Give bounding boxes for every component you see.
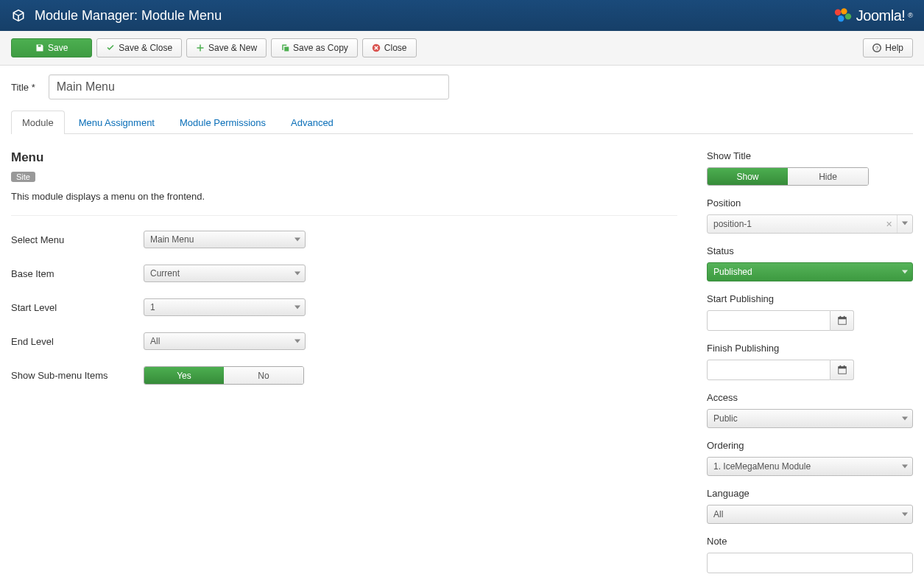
svg-rect-9 xyxy=(839,316,841,318)
toolbar: Save Save & Close Save & New Save as Cop… xyxy=(0,31,924,66)
finish-publishing-input[interactable] xyxy=(707,360,830,380)
joomla-logo: Joomla! ® xyxy=(833,7,913,24)
tab-menu-assignment[interactable]: Menu Assignment xyxy=(68,111,166,134)
select-menu-label: Select Menu xyxy=(11,234,144,245)
title-label: Title * xyxy=(11,82,35,93)
language-dropdown[interactable]: All xyxy=(707,505,913,524)
cube-icon xyxy=(11,8,26,23)
show-submenu-toggle[interactable]: Yes No xyxy=(144,366,304,385)
details-panel: Show Title Show Hide Position position-1… xyxy=(707,150,913,585)
show-title-toggle[interactable]: Show Hide xyxy=(707,167,869,186)
svg-rect-8 xyxy=(838,318,846,320)
joomla-swirl-icon xyxy=(833,7,853,24)
finish-publishing-calendar-button[interactable] xyxy=(830,360,854,380)
start-level-dropdown[interactable]: 1 xyxy=(144,298,306,316)
calendar-icon xyxy=(837,315,847,326)
help-icon: ? xyxy=(872,43,881,52)
start-publishing-label: Start Publishing xyxy=(707,293,913,304)
toggle-no[interactable]: No xyxy=(224,367,303,384)
start-level-label: Start Level xyxy=(11,302,144,313)
tab-bar: Module Menu Assignment Module Permission… xyxy=(11,110,913,134)
copy-icon xyxy=(281,43,289,52)
svg-text:?: ? xyxy=(875,45,878,52)
position-label: Position xyxy=(707,197,913,209)
svg-point-1 xyxy=(841,8,847,14)
svg-point-0 xyxy=(835,10,841,15)
clear-icon[interactable]: ✕ xyxy=(881,220,897,229)
note-input[interactable] xyxy=(707,553,913,573)
hide-option[interactable]: Hide xyxy=(788,168,868,185)
module-description: This module displays a menu on the front… xyxy=(11,191,677,202)
save-new-button[interactable]: Save & New xyxy=(186,38,267,57)
access-label: Access xyxy=(707,392,913,403)
show-submenu-label: Show Sub-menu Items xyxy=(11,370,144,381)
module-heading: Menu xyxy=(11,150,677,165)
note-label: Note xyxy=(707,536,913,547)
finish-publishing-label: Finish Publishing xyxy=(707,343,913,354)
position-combobox[interactable]: position-1 ✕ xyxy=(707,214,913,234)
tab-module-permissions[interactable]: Module Permissions xyxy=(169,111,277,134)
cancel-icon xyxy=(372,43,381,52)
check-icon xyxy=(106,43,115,52)
show-title-label: Show Title xyxy=(707,150,913,161)
svg-point-3 xyxy=(838,15,844,21)
save-copy-button[interactable]: Save as Copy xyxy=(271,38,358,57)
base-item-dropdown[interactable]: Current xyxy=(144,265,306,282)
help-button[interactable]: ? Help xyxy=(863,38,913,57)
base-item-label: Base Item xyxy=(11,268,144,279)
toggle-yes[interactable]: Yes xyxy=(144,367,224,384)
ordering-label: Ordering xyxy=(707,440,913,451)
calendar-icon xyxy=(837,365,847,375)
page-title: Module Manager: Module Menu xyxy=(35,8,222,24)
tab-module[interactable]: Module xyxy=(11,111,65,134)
app-header: Module Manager: Module Menu Joomla! ® xyxy=(0,0,924,31)
module-panel: Menu Site This module displays a menu on… xyxy=(11,150,677,585)
title-input[interactable] xyxy=(49,74,449,99)
save-close-button[interactable]: Save & Close xyxy=(96,38,182,57)
access-dropdown[interactable]: Public xyxy=(707,409,913,428)
close-button[interactable]: Close xyxy=(362,38,417,57)
svg-rect-13 xyxy=(839,365,841,368)
plus-icon xyxy=(196,43,205,52)
status-dropdown[interactable]: Published xyxy=(707,262,913,281)
status-label: Status xyxy=(707,245,913,256)
svg-rect-12 xyxy=(838,367,846,369)
brand-text: Joomla! xyxy=(856,7,906,24)
start-publishing-calendar-button[interactable] xyxy=(830,310,854,331)
select-menu-dropdown[interactable]: Main Menu xyxy=(144,231,306,248)
language-label: Language xyxy=(707,488,913,499)
tab-advanced[interactable]: Advanced xyxy=(280,111,345,134)
save-button[interactable]: Save xyxy=(11,38,92,57)
ordering-dropdown[interactable]: 1. IceMegaMenu Module xyxy=(707,457,913,476)
svg-point-2 xyxy=(845,13,851,19)
show-option[interactable]: Show xyxy=(708,168,788,185)
apply-icon xyxy=(35,43,44,52)
end-level-dropdown[interactable]: All xyxy=(144,332,306,350)
end-level-label: End Level xyxy=(11,336,144,347)
start-publishing-input[interactable] xyxy=(707,310,830,331)
svg-rect-10 xyxy=(843,316,844,318)
svg-rect-14 xyxy=(843,365,844,368)
site-badge: Site xyxy=(11,172,35,182)
